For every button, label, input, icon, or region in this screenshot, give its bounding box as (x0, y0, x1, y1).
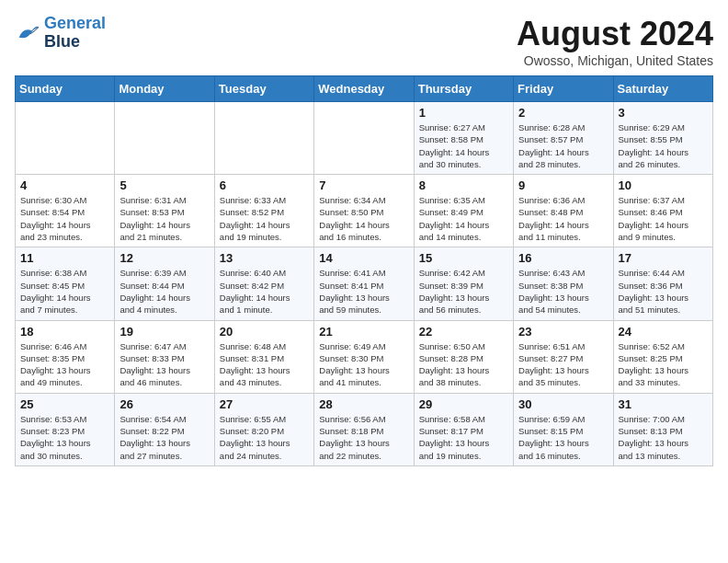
calendar-cell: 25Sunrise: 6:53 AM Sunset: 8:23 PM Dayli… (16, 393, 115, 465)
day-info: Sunrise: 6:54 AM Sunset: 8:22 PM Dayligh… (119, 413, 209, 462)
calendar-cell: 21Sunrise: 6:49 AM Sunset: 8:30 PM Dayli… (314, 320, 414, 393)
title-block: August 2024 Owosso, Michigan, United Sta… (517, 15, 713, 68)
day-number: 13 (220, 251, 309, 265)
day-info: Sunrise: 6:30 AM Sunset: 8:54 PM Dayligh… (20, 194, 109, 243)
day-info: Sunrise: 6:56 AM Sunset: 8:18 PM Dayligh… (319, 413, 408, 462)
day-info: Sunrise: 6:48 AM Sunset: 8:31 PM Dayligh… (220, 340, 309, 389)
calendar-cell (314, 102, 414, 175)
calendar-cell (16, 102, 115, 175)
day-number: 1 (419, 106, 508, 120)
day-number: 18 (20, 325, 109, 339)
logo: General Blue (15, 15, 106, 52)
calendar-cell: 28Sunrise: 6:56 AM Sunset: 8:18 PM Dayli… (314, 393, 414, 465)
calendar-week-5: 25Sunrise: 6:53 AM Sunset: 8:23 PM Dayli… (16, 393, 713, 465)
calendar-cell: 29Sunrise: 6:58 AM Sunset: 8:17 PM Dayli… (414, 393, 513, 465)
calendar-cell: 11Sunrise: 6:38 AM Sunset: 8:45 PM Dayli… (16, 247, 115, 320)
day-number: 11 (20, 251, 109, 265)
day-number: 6 (220, 178, 309, 192)
calendar-cell: 10Sunrise: 6:37 AM Sunset: 8:46 PM Dayli… (613, 175, 712, 247)
calendar-cell: 31Sunrise: 7:00 AM Sunset: 8:13 PM Dayli… (613, 393, 712, 465)
col-thursday: Thursday (414, 76, 513, 102)
day-info: Sunrise: 6:49 AM Sunset: 8:30 PM Dayligh… (319, 340, 408, 389)
calendar-cell: 15Sunrise: 6:42 AM Sunset: 8:39 PM Dayli… (414, 247, 513, 320)
day-number: 22 (419, 325, 508, 339)
col-friday: Friday (514, 76, 613, 102)
day-number: 29 (419, 397, 508, 411)
day-number: 25 (20, 397, 109, 411)
logo-line2: Blue (44, 33, 106, 52)
day-info: Sunrise: 6:36 AM Sunset: 8:48 PM Dayligh… (518, 194, 608, 243)
day-number: 19 (119, 325, 209, 339)
calendar-cell: 14Sunrise: 6:41 AM Sunset: 8:41 PM Dayli… (314, 247, 414, 320)
day-info: Sunrise: 6:59 AM Sunset: 8:15 PM Dayligh… (518, 413, 608, 462)
day-number: 31 (619, 397, 708, 411)
calendar-week-2: 4Sunrise: 6:30 AM Sunset: 8:54 PM Daylig… (16, 175, 713, 247)
calendar-cell: 12Sunrise: 6:39 AM Sunset: 8:44 PM Dayli… (115, 247, 214, 320)
calendar-week-4: 18Sunrise: 6:46 AM Sunset: 8:35 PM Dayli… (16, 320, 713, 393)
day-info: Sunrise: 6:31 AM Sunset: 8:53 PM Dayligh… (119, 194, 209, 243)
day-number: 27 (220, 397, 309, 411)
day-info: Sunrise: 7:00 AM Sunset: 8:13 PM Dayligh… (619, 413, 708, 462)
calendar-cell: 17Sunrise: 6:44 AM Sunset: 8:36 PM Dayli… (613, 247, 712, 320)
calendar-cell: 26Sunrise: 6:54 AM Sunset: 8:22 PM Dayli… (115, 393, 214, 465)
day-info: Sunrise: 6:28 AM Sunset: 8:57 PM Dayligh… (518, 121, 608, 170)
header-row: Sunday Monday Tuesday Wednesday Thursday… (16, 76, 713, 102)
col-monday: Monday (115, 76, 214, 102)
day-info: Sunrise: 6:41 AM Sunset: 8:41 PM Dayligh… (319, 267, 408, 316)
day-number: 20 (220, 325, 309, 339)
calendar-cell: 8Sunrise: 6:35 AM Sunset: 8:49 PM Daylig… (414, 175, 513, 247)
col-wednesday: Wednesday (314, 76, 414, 102)
calendar-cell: 23Sunrise: 6:51 AM Sunset: 8:27 PM Dayli… (514, 320, 613, 393)
day-number: 9 (518, 178, 608, 192)
calendar-cell: 5Sunrise: 6:31 AM Sunset: 8:53 PM Daylig… (115, 175, 214, 247)
day-info: Sunrise: 6:42 AM Sunset: 8:39 PM Dayligh… (419, 267, 508, 316)
calendar-week-1: 1Sunrise: 6:27 AM Sunset: 8:58 PM Daylig… (16, 102, 713, 175)
day-info: Sunrise: 6:27 AM Sunset: 8:58 PM Dayligh… (419, 121, 508, 170)
day-info: Sunrise: 6:39 AM Sunset: 8:44 PM Dayligh… (119, 267, 209, 316)
day-info: Sunrise: 6:53 AM Sunset: 8:23 PM Dayligh… (20, 413, 109, 462)
calendar-header: Sunday Monday Tuesday Wednesday Thursday… (16, 76, 713, 102)
day-info: Sunrise: 6:40 AM Sunset: 8:42 PM Dayligh… (220, 267, 309, 316)
day-number: 26 (119, 397, 209, 411)
day-number: 16 (518, 251, 608, 265)
page-header: General Blue August 2024 Owosso, Michiga… (15, 15, 713, 68)
calendar-cell: 27Sunrise: 6:55 AM Sunset: 8:20 PM Dayli… (214, 393, 313, 465)
day-number: 28 (319, 397, 408, 411)
day-info: Sunrise: 6:37 AM Sunset: 8:46 PM Dayligh… (619, 194, 708, 243)
col-sunday: Sunday (16, 76, 115, 102)
day-number: 3 (619, 106, 708, 120)
location: Owosso, Michigan, United States (517, 53, 713, 68)
day-number: 15 (419, 251, 508, 265)
day-info: Sunrise: 6:38 AM Sunset: 8:45 PM Dayligh… (20, 267, 109, 316)
day-info: Sunrise: 6:34 AM Sunset: 8:50 PM Dayligh… (319, 194, 408, 243)
day-number: 4 (20, 178, 109, 192)
logo-icon (15, 20, 40, 46)
calendar-cell: 19Sunrise: 6:47 AM Sunset: 8:33 PM Dayli… (115, 320, 214, 393)
calendar-cell: 6Sunrise: 6:33 AM Sunset: 8:52 PM Daylig… (214, 175, 313, 247)
calendar-cell: 30Sunrise: 6:59 AM Sunset: 8:15 PM Dayli… (514, 393, 613, 465)
day-info: Sunrise: 6:35 AM Sunset: 8:49 PM Dayligh… (419, 194, 508, 243)
calendar-body: 1Sunrise: 6:27 AM Sunset: 8:58 PM Daylig… (16, 102, 713, 466)
day-number: 23 (518, 325, 608, 339)
month-title: August 2024 (517, 15, 713, 53)
calendar-cell: 2Sunrise: 6:28 AM Sunset: 8:57 PM Daylig… (514, 102, 613, 175)
calendar-cell: 22Sunrise: 6:50 AM Sunset: 8:28 PM Dayli… (414, 320, 513, 393)
calendar-cell (214, 102, 313, 175)
col-saturday: Saturday (613, 76, 712, 102)
logo-text: General Blue (44, 15, 106, 52)
day-info: Sunrise: 6:58 AM Sunset: 8:17 PM Dayligh… (419, 413, 508, 462)
calendar-cell: 16Sunrise: 6:43 AM Sunset: 8:38 PM Dayli… (514, 247, 613, 320)
day-number: 21 (319, 325, 408, 339)
day-info: Sunrise: 6:55 AM Sunset: 8:20 PM Dayligh… (220, 413, 309, 462)
calendar-cell: 3Sunrise: 6:29 AM Sunset: 8:55 PM Daylig… (613, 102, 712, 175)
day-number: 2 (518, 106, 608, 120)
day-number: 14 (319, 251, 408, 265)
day-info: Sunrise: 6:50 AM Sunset: 8:28 PM Dayligh… (419, 340, 508, 389)
day-info: Sunrise: 6:43 AM Sunset: 8:38 PM Dayligh… (518, 267, 608, 316)
calendar-cell: 4Sunrise: 6:30 AM Sunset: 8:54 PM Daylig… (16, 175, 115, 247)
day-number: 24 (619, 325, 708, 339)
day-number: 5 (119, 178, 209, 192)
day-number: 10 (619, 178, 708, 192)
logo-line1: General (44, 15, 106, 33)
calendar-cell: 20Sunrise: 6:48 AM Sunset: 8:31 PM Dayli… (214, 320, 313, 393)
